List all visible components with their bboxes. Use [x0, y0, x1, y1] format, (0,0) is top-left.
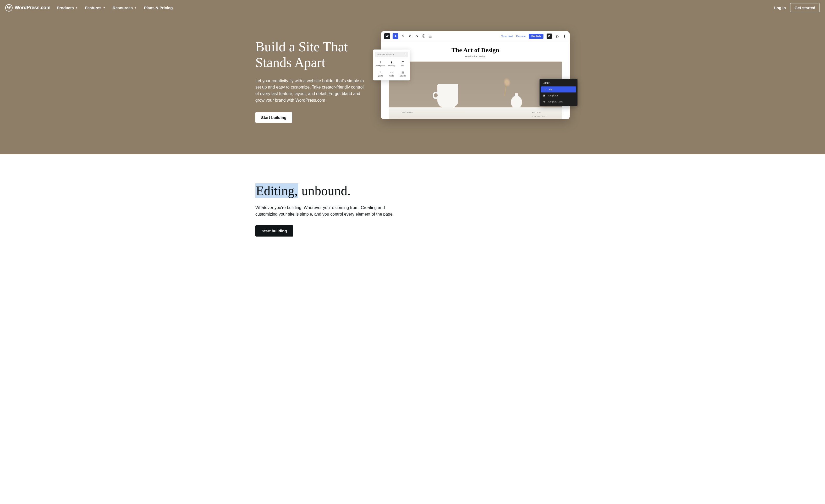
editor-page-subtitle: Handcrafted Series [389, 55, 562, 58]
home-icon: ⌂ [544, 88, 547, 91]
book-spine-text: Jason Schmidt [402, 111, 413, 114]
info-icon: ⓘ [422, 34, 426, 38]
hero-title: Build a Site That Stands Apart [255, 39, 365, 70]
ceramic-mug-decoration [437, 84, 458, 109]
jetpack-icon: ◐ [555, 34, 559, 38]
preview-link: Preview [516, 35, 526, 38]
hero-description: Let your creativity fly with a website b… [255, 78, 365, 104]
undo-icon: ↶ [408, 34, 412, 38]
block-heading: ▮Heading [387, 59, 397, 68]
search-icon: ⌕ [405, 53, 406, 56]
edit-icon: ✎ [401, 34, 405, 38]
book-spine-text: Artists II [532, 111, 541, 114]
list-icon: ☰ [401, 61, 404, 64]
site-header: W WordPress.com Products ▼ Features ▼ Re… [0, 0, 825, 15]
block-classic: ▤Classic [397, 69, 408, 78]
block-search-field: ⌕ [375, 52, 408, 57]
quote-icon: ❝ [380, 71, 381, 74]
save-draft-link: Save draft [501, 35, 513, 38]
redo-icon: ↷ [415, 34, 419, 38]
heading-icon: ▮ [391, 61, 392, 64]
block-code: < >Code [387, 69, 397, 78]
start-building-button-dark[interactable]: Start building [255, 225, 293, 236]
hero-section: Build a Site That Stands Apart Let your … [0, 15, 825, 154]
more-icon: ⋮ [562, 34, 567, 38]
sidebar-item-templates: ▣ Templates [539, 92, 578, 98]
sidebar-item-template-parts: ◈ Template parts [539, 98, 578, 104]
editing-section: Editing, unbound. Whatever you're buildi… [0, 154, 825, 258]
start-building-button[interactable]: Start building [255, 112, 292, 123]
classic-icon: ▤ [401, 71, 404, 74]
login-link[interactable]: Log In [774, 5, 786, 10]
ceramic-vase-decoration [511, 96, 522, 108]
book-stack-decoration: A DEMOCRAC Artists II Jason Schmidt [389, 107, 562, 119]
wordpress-icon: W [384, 33, 390, 39]
template-parts-icon: ◈ [543, 100, 545, 103]
get-started-button[interactable]: Get started [790, 3, 820, 12]
paragraph-icon: ¶ [380, 61, 381, 64]
editor-toolbar: W + ✎ ↶ ↷ ⓘ ☰ Save draft Preview Publish… [381, 31, 570, 42]
nav-features[interactable]: Features ▼ [85, 5, 105, 10]
section2-description: Whatever you're building. Wherever you'r… [255, 205, 402, 218]
sidebar-item-site: ⌂ Site [541, 86, 576, 92]
header-right: Log In Get started [774, 3, 820, 12]
list-view-icon: ☰ [428, 34, 432, 38]
settings-icon: ⚙ [546, 33, 552, 39]
title-highlight: Editing, [255, 184, 298, 198]
templates-icon: ▣ [543, 94, 545, 97]
chevron-down-icon: ▼ [103, 7, 105, 9]
dried-grass-decoration [500, 79, 513, 96]
editor-sidebar-popup: Editor ⌂ Site ▣ Templates ◈ Template par… [539, 79, 578, 106]
nav-plans-pricing[interactable]: Plans & Pricing [144, 5, 173, 10]
block-inserter-popup: ⌕ ¶Paragraph ▮Heading ☰List ❝Quote < >Co… [373, 50, 410, 80]
main-nav: Products ▼ Features ▼ Resources ▼ Plans … [57, 5, 173, 10]
block-quote: ❝Quote [375, 69, 385, 78]
section2-title: Editing, unbound. [255, 183, 570, 198]
nav-resources[interactable]: Resources ▼ [112, 5, 137, 10]
publish-button: Publish [529, 34, 543, 39]
editor-page-title: The Art of Design [389, 47, 562, 54]
block-search-input [377, 53, 405, 56]
hero-content: Build a Site That Stands Apart Let your … [255, 31, 365, 123]
book-spine-text: A DEMOCRAC [531, 116, 546, 118]
sidebar-popup-title: Editor [539, 81, 578, 86]
logo[interactable]: W WordPress.com [5, 4, 51, 11]
wordpress-logo-icon: W [5, 4, 13, 11]
chevron-down-icon: ▼ [75, 7, 78, 9]
block-paragraph: ¶Paragraph [375, 59, 385, 68]
add-block-button: + [393, 33, 398, 39]
block-list: ☰List [397, 59, 408, 68]
logo-text: WordPress.com [15, 5, 51, 10]
chevron-down-icon: ▼ [134, 7, 137, 9]
hero-illustration: W + ✎ ↶ ↷ ⓘ ☰ Save draft Preview Publish… [381, 31, 570, 119]
nav-products[interactable]: Products ▼ [57, 5, 78, 10]
editor-hero-image: A DEMOCRAC Artists II Jason Schmidt [389, 62, 562, 119]
code-icon: < > [390, 71, 393, 74]
